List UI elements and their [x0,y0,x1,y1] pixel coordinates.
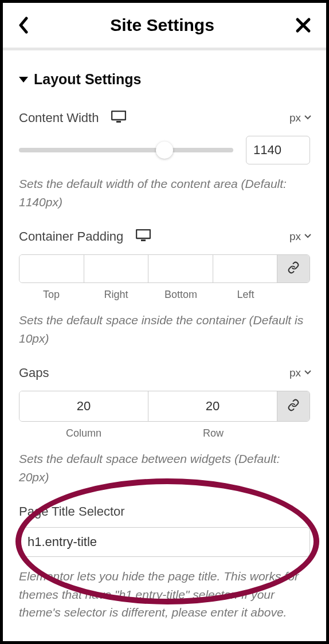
page-title-selector-input[interactable] [19,527,310,557]
field-container-padding: Container Padding px Top Right [19,229,310,347]
unit-label: px [289,367,301,379]
svg-rect-3 [141,239,146,241]
svg-rect-1 [116,121,121,123]
content-width-input[interactable] [246,136,310,164]
section-toggle-layout-settings[interactable]: Layout Settings [19,71,310,88]
chevron-down-icon [19,77,28,83]
padding-bottom-input[interactable] [148,255,213,282]
back-button[interactable] [18,17,29,34]
link-icon [287,399,300,414]
desktop-icon[interactable] [111,111,126,125]
gaps-unit-select[interactable]: px [289,367,310,379]
field-gaps: Gaps px Column Row Sets the default spac… [19,366,310,486]
content-width-label: Content Width [19,111,99,125]
chevron-down-icon [304,115,310,121]
page-title-selector-label: Page Title Selector [19,504,125,519]
container-padding-help: Sets the default space inside the contai… [19,311,310,347]
svg-rect-0 [112,111,126,120]
gaps-label: Gaps [19,366,49,380]
padding-top-label: Top [19,289,84,301]
gaps-column-input[interactable] [19,391,148,421]
unit-label: px [289,230,301,243]
desktop-icon[interactable] [136,229,151,244]
gaps-column-label: Column [19,427,148,439]
link-values-button[interactable] [277,255,310,282]
gaps-row-input[interactable] [148,391,277,421]
gaps-row-label: Row [148,427,278,439]
field-page-title-selector: Page Title Selector Elementor lets you h… [19,504,310,622]
section-title: Layout Settings [34,71,142,88]
link-icon [287,261,300,276]
content-width-unit-select[interactable]: px [289,112,310,124]
padding-right-input[interactable] [84,255,148,282]
content-width-help: Sets the default width of the content ar… [19,175,310,211]
container-padding-unit-select[interactable]: px [289,230,310,243]
svg-rect-2 [136,230,150,238]
gaps-help: Sets the default space between widgets (… [19,450,310,486]
link-values-button[interactable] [277,391,310,421]
padding-left-label: Left [213,289,278,301]
close-button[interactable] [295,17,311,33]
page-title-selector-help: Elementor lets you hide the page title. … [19,567,310,622]
chevron-down-icon [304,370,310,376]
padding-bottom-label: Bottom [148,289,213,301]
padding-right-label: Right [84,289,148,301]
page-title: Site Settings [110,15,214,35]
chevron-down-icon [304,234,310,239]
field-content-width: Content Width px Sets the default width … [19,111,310,211]
padding-top-input[interactable] [19,255,84,282]
content-width-slider[interactable] [19,148,233,152]
slider-thumb[interactable] [156,142,173,159]
unit-label: px [289,112,301,124]
container-padding-label: Container Padding [19,229,123,244]
padding-left-input[interactable] [213,255,277,282]
